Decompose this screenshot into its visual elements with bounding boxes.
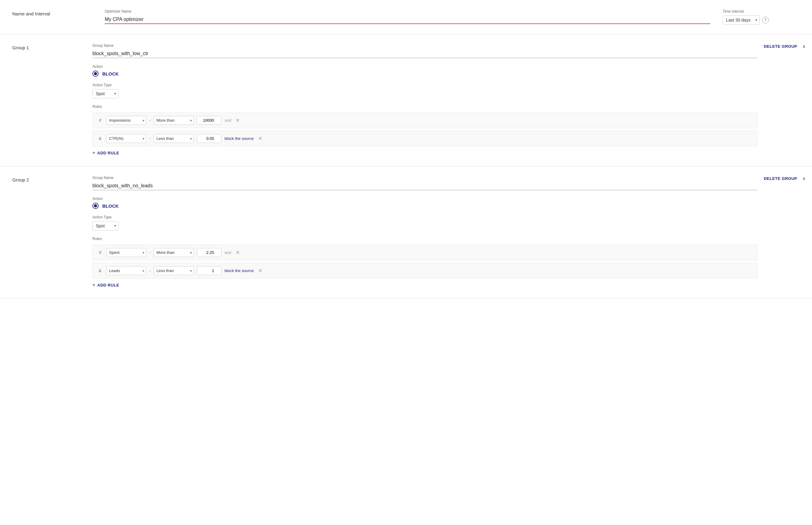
group2-rule1-condition-wrapper: More than Less than Equal to <box>154 248 194 257</box>
group1-rule1-remove-button[interactable]: ✕ <box>234 118 241 123</box>
group1-rule1-arrow: › <box>149 118 151 123</box>
group1-rule2-connector: & <box>97 136 103 141</box>
help-icon[interactable]: ? <box>762 17 769 24</box>
name-interval-content: Optimizer Name Time interval Last 30 day… <box>105 9 800 25</box>
group1-label: Group 1 <box>0 34 92 59</box>
group2-rule2-connector: & <box>97 268 103 273</box>
group2-actions: DELETE GROUP ∧ <box>757 166 812 191</box>
optimizer-name-input[interactable] <box>105 15 710 24</box>
group2-add-rule-label: ADD RULE <box>97 283 119 287</box>
group1-rule1-connector: if <box>97 118 103 123</box>
time-interval-field: Time interval Last 30 days Last 7 days L… <box>723 9 800 25</box>
group2-action-type-field: Action Type Spot Source SubID <box>92 215 757 230</box>
group2-add-rule-plus: + <box>92 282 95 288</box>
group1-add-rule-button[interactable]: + ADD RULE <box>92 149 119 157</box>
group2-rule1-arrow: › <box>149 251 151 255</box>
group1-action-row: BLOCK <box>92 71 757 77</box>
time-interval-row: Last 30 days Last 7 days Last 14 days La… <box>723 15 800 25</box>
group2-rule1-condition-select[interactable]: More than Less than Equal to <box>154 248 194 257</box>
group1-action-type-wrapper: Spot Source SubID <box>92 89 119 98</box>
group2-rule2-metric-wrapper: Leads Impressions Clicks CTR(%) Spent <box>106 266 146 275</box>
name-interval-label: Name and Interval <box>12 9 105 16</box>
group1-action-value: BLOCK <box>102 71 119 76</box>
group2-add-rule-button[interactable]: + ADD RULE <box>92 281 119 289</box>
time-interval-select-wrapper: Last 30 days Last 7 days Last 14 days La… <box>723 15 760 25</box>
group2-name-field: Group Name <box>92 176 757 191</box>
group2-section: Group 2 Group Name Action BLOCK Action T… <box>0 166 812 299</box>
group2-label: Group 2 <box>0 166 92 192</box>
group2-action-type-label: Action Type <box>92 215 757 219</box>
group1-delete-button[interactable]: DELETE GROUP <box>764 44 797 49</box>
group1-action-type-field: Action Type Spot Source SubID <box>92 83 757 98</box>
group1-rule2-metric-select[interactable]: CTR(%) Impressions Clicks Spent Leads <box>106 134 146 143</box>
group1-rule1-condition-wrapper: More than Less than Equal to <box>154 116 194 125</box>
group1-actions: DELETE GROUP ∧ <box>757 34 812 59</box>
group1-rule1-value-input[interactable] <box>197 116 221 125</box>
group1-name-label: Group Name <box>92 43 757 48</box>
time-interval-select[interactable]: Last 30 days Last 7 days Last 14 days La… <box>723 15 760 25</box>
group2-rule1-remove-button[interactable]: ✕ <box>234 250 241 255</box>
group1-add-rule-plus: + <box>92 150 95 155</box>
group1-rule2-condition-wrapper: Less than More than Equal to <box>154 134 194 143</box>
group1-action-section: Action BLOCK <box>92 64 757 77</box>
optimizer-name-label: Optimizer Name <box>105 9 710 14</box>
group1-section: Group 1 Group Name Action BLOCK Action T… <box>0 34 812 166</box>
group2-rule1-metric-select[interactable]: Spent Impressions Clicks CTR(%) Leads <box>106 248 146 257</box>
group1-rule1: if Impressions Clicks CTR(%) Spent Leads… <box>92 112 757 128</box>
group2-action-type-wrapper: Spot Source SubID <box>92 221 119 230</box>
group2-rule2-result: block the source <box>225 268 254 273</box>
group2-content: Group Name Action BLOCK Action Type Spot <box>92 166 757 298</box>
group1-name-input[interactable] <box>92 50 757 58</box>
group1-rule1-result: and <box>225 118 231 123</box>
group2-rule2-condition-wrapper: Less than More than Equal to <box>154 266 194 275</box>
name-interval-section: Name and Interval Optimizer Name Time in… <box>0 0 812 34</box>
group2-rule1-value-input[interactable] <box>197 248 221 257</box>
group2-action-type-select[interactable]: Spot Source SubID <box>92 221 119 230</box>
time-interval-label: Time interval <box>723 9 800 14</box>
group1-rule1-metric-select[interactable]: Impressions Clicks CTR(%) Spent Leads <box>106 116 146 125</box>
group1-rules-label: Rules <box>92 104 757 109</box>
group1-rule2-arrow: ‹ <box>149 136 151 141</box>
group1-rule1-metric-wrapper: Impressions Clicks CTR(%) Spent Leads <box>106 116 146 125</box>
group2-action-value: BLOCK <box>102 203 119 209</box>
name-interval-row: Optimizer Name Time interval Last 30 day… <box>105 9 800 25</box>
group2-rules-section: Rules if Spent Impressions Clicks CTR(%)… <box>92 237 757 289</box>
group1-block-radio[interactable] <box>92 71 98 77</box>
group2-delete-button[interactable]: DELETE GROUP <box>764 176 797 181</box>
group1-rules-section: Rules if Impressions Clicks CTR(%) Spent… <box>92 104 757 157</box>
group1-rule2-condition-select[interactable]: Less than More than Equal to <box>154 134 194 143</box>
group2-rule2-metric-select[interactable]: Leads Impressions Clicks CTR(%) Spent <box>106 266 146 275</box>
group1-action-type-label: Action Type <box>92 83 757 87</box>
group1-collapse-button[interactable]: ∧ <box>802 43 806 49</box>
group1-rule2: & CTR(%) Impressions Clicks Spent Leads … <box>92 131 757 146</box>
group2-rule2-value-input[interactable] <box>197 266 221 275</box>
group2-block-radio[interactable] <box>92 203 98 209</box>
optimizer-name-field: Optimizer Name <box>105 9 710 25</box>
group2-rule1-connector: if <box>97 250 103 255</box>
group2-rule2-arrow: ‹ <box>149 269 151 273</box>
group2-action-label: Action <box>92 197 757 201</box>
group2-rule2-condition-select[interactable]: Less than More than Equal to <box>154 266 194 275</box>
group1-add-rule-label: ADD RULE <box>97 151 119 155</box>
group2-name-label: Group Name <box>92 176 757 180</box>
group1-rule2-metric-wrapper: CTR(%) Impressions Clicks Spent Leads <box>106 134 146 143</box>
group1-action-type-select[interactable]: Spot Source SubID <box>92 89 119 98</box>
group2-action-row: BLOCK <box>92 203 757 209</box>
group2-rule2: & Leads Impressions Clicks CTR(%) Spent … <box>92 263 757 279</box>
group2-name-input[interactable] <box>92 182 757 191</box>
page-container: Name and Interval Optimizer Name Time in… <box>0 0 812 525</box>
group1-rule2-value-input[interactable] <box>197 134 221 143</box>
group2-action-section: Action BLOCK <box>92 197 757 209</box>
group2-rule1-result: and <box>225 250 231 255</box>
group1-rule1-condition-select[interactable]: More than Less than Equal to <box>154 116 194 125</box>
group2-rule1-metric-wrapper: Spent Impressions Clicks CTR(%) Leads <box>106 248 146 257</box>
group2-rule2-remove-button[interactable]: ✕ <box>257 268 263 273</box>
group1-content: Group Name Action BLOCK Action Type Spot <box>92 34 757 166</box>
group2-rule1: if Spent Impressions Clicks CTR(%) Leads… <box>92 245 757 260</box>
group2-collapse-button[interactable]: ∧ <box>802 176 806 181</box>
group1-rule2-result: block the source <box>225 136 254 141</box>
group1-action-label: Action <box>92 64 757 69</box>
group1-name-field: Group Name <box>92 43 757 58</box>
group2-rules-label: Rules <box>92 237 757 241</box>
group1-rule2-remove-button[interactable]: ✕ <box>257 136 263 141</box>
